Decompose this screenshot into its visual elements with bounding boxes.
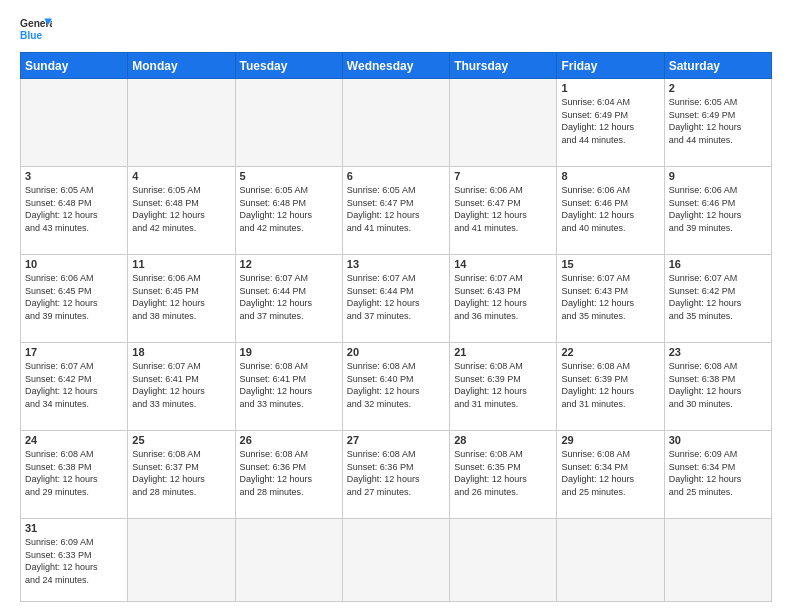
calendar-cell: 19Sunrise: 6:08 AM Sunset: 6:41 PM Dayli… [235, 343, 342, 431]
day-info: Sunrise: 6:07 AM Sunset: 6:43 PM Dayligh… [561, 272, 659, 322]
calendar-cell [128, 519, 235, 602]
weekday-header-tuesday: Tuesday [235, 53, 342, 79]
weekday-header-row: SundayMondayTuesdayWednesdayThursdayFrid… [21, 53, 772, 79]
day-number: 23 [669, 346, 767, 358]
weekday-header-friday: Friday [557, 53, 664, 79]
day-info: Sunrise: 6:08 AM Sunset: 6:39 PM Dayligh… [454, 360, 552, 410]
day-number: 30 [669, 434, 767, 446]
calendar-cell: 3Sunrise: 6:05 AM Sunset: 6:48 PM Daylig… [21, 167, 128, 255]
calendar-cell: 13Sunrise: 6:07 AM Sunset: 6:44 PM Dayli… [342, 255, 449, 343]
calendar-cell: 30Sunrise: 6:09 AM Sunset: 6:34 PM Dayli… [664, 431, 771, 519]
svg-text:Blue: Blue [20, 30, 42, 41]
day-number: 2 [669, 82, 767, 94]
day-number: 10 [25, 258, 123, 270]
day-number: 7 [454, 170, 552, 182]
day-info: Sunrise: 6:08 AM Sunset: 6:34 PM Dayligh… [561, 448, 659, 498]
calendar-cell: 16Sunrise: 6:07 AM Sunset: 6:42 PM Dayli… [664, 255, 771, 343]
day-number: 13 [347, 258, 445, 270]
day-info: Sunrise: 6:05 AM Sunset: 6:48 PM Dayligh… [240, 184, 338, 234]
calendar-cell: 15Sunrise: 6:07 AM Sunset: 6:43 PM Dayli… [557, 255, 664, 343]
calendar-cell: 10Sunrise: 6:06 AM Sunset: 6:45 PM Dayli… [21, 255, 128, 343]
day-info: Sunrise: 6:09 AM Sunset: 6:33 PM Dayligh… [25, 536, 123, 586]
logo: General Blue [20, 16, 52, 44]
day-number: 19 [240, 346, 338, 358]
calendar-cell: 31Sunrise: 6:09 AM Sunset: 6:33 PM Dayli… [21, 519, 128, 602]
calendar-cell [664, 519, 771, 602]
calendar-cell: 26Sunrise: 6:08 AM Sunset: 6:36 PM Dayli… [235, 431, 342, 519]
day-number: 28 [454, 434, 552, 446]
calendar-cell: 4Sunrise: 6:05 AM Sunset: 6:48 PM Daylig… [128, 167, 235, 255]
day-number: 17 [25, 346, 123, 358]
day-number: 11 [132, 258, 230, 270]
calendar-cell [128, 79, 235, 167]
calendar-cell [342, 519, 449, 602]
day-info: Sunrise: 6:08 AM Sunset: 6:39 PM Dayligh… [561, 360, 659, 410]
day-info: Sunrise: 6:07 AM Sunset: 6:44 PM Dayligh… [240, 272, 338, 322]
header: General Blue [20, 16, 772, 44]
calendar-cell: 28Sunrise: 6:08 AM Sunset: 6:35 PM Dayli… [450, 431, 557, 519]
day-info: Sunrise: 6:08 AM Sunset: 6:37 PM Dayligh… [132, 448, 230, 498]
day-number: 9 [669, 170, 767, 182]
day-number: 26 [240, 434, 338, 446]
day-info: Sunrise: 6:04 AM Sunset: 6:49 PM Dayligh… [561, 96, 659, 146]
weekday-header-wednesday: Wednesday [342, 53, 449, 79]
day-info: Sunrise: 6:08 AM Sunset: 6:38 PM Dayligh… [669, 360, 767, 410]
calendar-cell: 12Sunrise: 6:07 AM Sunset: 6:44 PM Dayli… [235, 255, 342, 343]
calendar-cell: 1Sunrise: 6:04 AM Sunset: 6:49 PM Daylig… [557, 79, 664, 167]
day-number: 16 [669, 258, 767, 270]
day-number: 27 [347, 434, 445, 446]
calendar-cell: 2Sunrise: 6:05 AM Sunset: 6:49 PM Daylig… [664, 79, 771, 167]
day-info: Sunrise: 6:07 AM Sunset: 6:42 PM Dayligh… [25, 360, 123, 410]
day-number: 24 [25, 434, 123, 446]
calendar-cell: 24Sunrise: 6:08 AM Sunset: 6:38 PM Dayli… [21, 431, 128, 519]
day-info: Sunrise: 6:05 AM Sunset: 6:47 PM Dayligh… [347, 184, 445, 234]
day-number: 21 [454, 346, 552, 358]
day-number: 18 [132, 346, 230, 358]
day-info: Sunrise: 6:07 AM Sunset: 6:44 PM Dayligh… [347, 272, 445, 322]
calendar-cell [450, 519, 557, 602]
day-info: Sunrise: 6:09 AM Sunset: 6:34 PM Dayligh… [669, 448, 767, 498]
day-number: 5 [240, 170, 338, 182]
generalblue-logo-icon: General Blue [20, 16, 52, 44]
calendar-week-2: 3Sunrise: 6:05 AM Sunset: 6:48 PM Daylig… [21, 167, 772, 255]
day-number: 6 [347, 170, 445, 182]
weekday-header-saturday: Saturday [664, 53, 771, 79]
page: General Blue SundayMondayTuesdayWednesda… [0, 0, 792, 612]
day-number: 15 [561, 258, 659, 270]
day-number: 20 [347, 346, 445, 358]
calendar-cell [557, 519, 664, 602]
day-info: Sunrise: 6:08 AM Sunset: 6:41 PM Dayligh… [240, 360, 338, 410]
weekday-header-thursday: Thursday [450, 53, 557, 79]
calendar-week-1: 1Sunrise: 6:04 AM Sunset: 6:49 PM Daylig… [21, 79, 772, 167]
day-number: 8 [561, 170, 659, 182]
day-info: Sunrise: 6:08 AM Sunset: 6:36 PM Dayligh… [347, 448, 445, 498]
day-number: 12 [240, 258, 338, 270]
weekday-header-sunday: Sunday [21, 53, 128, 79]
calendar-cell [342, 79, 449, 167]
calendar-week-4: 17Sunrise: 6:07 AM Sunset: 6:42 PM Dayli… [21, 343, 772, 431]
calendar-cell: 7Sunrise: 6:06 AM Sunset: 6:47 PM Daylig… [450, 167, 557, 255]
calendar-cell: 8Sunrise: 6:06 AM Sunset: 6:46 PM Daylig… [557, 167, 664, 255]
day-info: Sunrise: 6:08 AM Sunset: 6:35 PM Dayligh… [454, 448, 552, 498]
day-number: 22 [561, 346, 659, 358]
calendar-table: SundayMondayTuesdayWednesdayThursdayFrid… [20, 52, 772, 602]
calendar-cell: 22Sunrise: 6:08 AM Sunset: 6:39 PM Dayli… [557, 343, 664, 431]
calendar-cell: 17Sunrise: 6:07 AM Sunset: 6:42 PM Dayli… [21, 343, 128, 431]
calendar-cell: 6Sunrise: 6:05 AM Sunset: 6:47 PM Daylig… [342, 167, 449, 255]
day-number: 14 [454, 258, 552, 270]
day-number: 29 [561, 434, 659, 446]
day-info: Sunrise: 6:07 AM Sunset: 6:41 PM Dayligh… [132, 360, 230, 410]
day-number: 4 [132, 170, 230, 182]
weekday-header-monday: Monday [128, 53, 235, 79]
day-info: Sunrise: 6:06 AM Sunset: 6:45 PM Dayligh… [132, 272, 230, 322]
day-info: Sunrise: 6:08 AM Sunset: 6:38 PM Dayligh… [25, 448, 123, 498]
calendar-cell: 14Sunrise: 6:07 AM Sunset: 6:43 PM Dayli… [450, 255, 557, 343]
calendar-cell: 29Sunrise: 6:08 AM Sunset: 6:34 PM Dayli… [557, 431, 664, 519]
calendar-cell [450, 79, 557, 167]
day-info: Sunrise: 6:08 AM Sunset: 6:36 PM Dayligh… [240, 448, 338, 498]
calendar-week-6: 31Sunrise: 6:09 AM Sunset: 6:33 PM Dayli… [21, 519, 772, 602]
calendar-cell: 11Sunrise: 6:06 AM Sunset: 6:45 PM Dayli… [128, 255, 235, 343]
day-number: 1 [561, 82, 659, 94]
calendar-cell [235, 79, 342, 167]
day-info: Sunrise: 6:06 AM Sunset: 6:45 PM Dayligh… [25, 272, 123, 322]
